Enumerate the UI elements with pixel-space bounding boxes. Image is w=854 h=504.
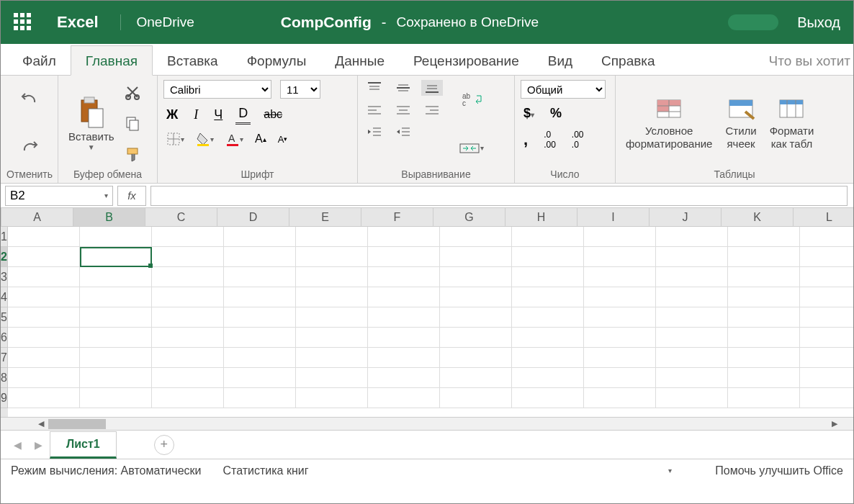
cell[interactable]: [728, 368, 800, 388]
cell[interactable]: [80, 307, 152, 328]
scroll-thumb[interactable]: [48, 419, 106, 429]
cell[interactable]: [152, 287, 224, 307]
cell[interactable]: [584, 388, 656, 408]
cell[interactable]: [800, 388, 853, 408]
comma-style-button[interactable]: ,: [521, 129, 531, 150]
cell[interactable]: [728, 287, 800, 307]
cell[interactable]: [656, 247, 728, 267]
service-name[interactable]: OneDrive: [120, 14, 194, 30]
cell[interactable]: [296, 388, 368, 408]
cell[interactable]: [728, 307, 800, 328]
cell[interactable]: [440, 287, 512, 307]
cell[interactable]: [224, 328, 296, 348]
cell[interactable]: [440, 247, 512, 267]
cell[interactable]: [512, 348, 584, 368]
cell[interactable]: [656, 287, 728, 307]
fx-button[interactable]: fx: [117, 186, 146, 206]
tab-formulas[interactable]: Формулы: [233, 46, 321, 75]
cell[interactable]: [152, 307, 224, 328]
tab-review[interactable]: Рецензирование: [399, 46, 534, 75]
cell[interactable]: [584, 348, 656, 368]
row-header[interactable]: 7: [1, 348, 8, 368]
undo-button[interactable]: [17, 91, 42, 108]
column-header[interactable]: B: [73, 208, 145, 227]
format-as-table-button[interactable]: Формати как табл: [765, 80, 819, 167]
cell[interactable]: [224, 348, 296, 368]
underline-button[interactable]: Ч: [211, 106, 225, 124]
cell[interactable]: [656, 307, 728, 328]
decrease-decimal-button[interactable]: .00.0: [569, 128, 587, 151]
cell[interactable]: [296, 307, 368, 328]
redo-button[interactable]: [17, 139, 42, 156]
document-title[interactable]: CompConfig: [281, 14, 372, 31]
cell[interactable]: [440, 307, 512, 328]
align-middle-button[interactable]: [392, 80, 414, 96]
cell[interactable]: [584, 287, 656, 307]
format-painter-button[interactable]: [122, 145, 143, 164]
cell[interactable]: [368, 328, 440, 348]
borders-button[interactable]: ▾: [163, 130, 187, 148]
cell[interactable]: [8, 368, 80, 388]
name-box[interactable]: B2▾: [5, 186, 113, 206]
cell[interactable]: [368, 287, 440, 307]
cell[interactable]: [656, 388, 728, 408]
strikethrough-button[interactable]: abc: [261, 107, 285, 122]
number-format-select[interactable]: Общий: [521, 80, 606, 99]
exit-button[interactable]: Выход: [797, 14, 840, 31]
align-left-button[interactable]: [364, 103, 385, 117]
row-header[interactable]: 5: [1, 307, 8, 328]
cell[interactable]: [8, 307, 80, 328]
cell[interactable]: [728, 267, 800, 287]
column-header[interactable]: L: [794, 208, 854, 227]
tab-insert[interactable]: Вставка: [153, 46, 233, 75]
cell[interactable]: [224, 287, 296, 307]
cell[interactable]: [440, 267, 512, 287]
cell[interactable]: [368, 307, 440, 328]
cell[interactable]: [800, 328, 853, 348]
cell[interactable]: [728, 247, 800, 267]
calc-mode-status[interactable]: Режим вычисления: Автоматически: [11, 464, 201, 477]
tab-file[interactable]: Файл: [8, 46, 71, 75]
row-header[interactable]: 4: [1, 287, 8, 307]
paste-button[interactable]: Вставить ▼: [64, 80, 119, 167]
cells-area[interactable]: [8, 227, 853, 417]
font-name-select[interactable]: Calibri: [163, 80, 271, 99]
cell[interactable]: [512, 247, 584, 267]
cell[interactable]: [80, 227, 152, 247]
wrap-text-button[interactable]: abc: [458, 90, 485, 109]
cell[interactable]: [8, 287, 80, 307]
add-sheet-button[interactable]: +: [154, 435, 174, 455]
cell[interactable]: [584, 307, 656, 328]
cell[interactable]: [296, 267, 368, 287]
cell[interactable]: [296, 287, 368, 307]
cell[interactable]: [440, 368, 512, 388]
cell[interactable]: [800, 267, 853, 287]
align-top-button[interactable]: [364, 80, 385, 96]
cell[interactable]: [368, 227, 440, 247]
cell[interactable]: [800, 348, 853, 368]
cell[interactable]: [656, 348, 728, 368]
font-color-button[interactable]: A▾: [223, 130, 246, 148]
cell[interactable]: [152, 247, 224, 267]
row-header[interactable]: 2: [1, 247, 8, 267]
cell[interactable]: [512, 267, 584, 287]
cell[interactable]: [656, 368, 728, 388]
cell[interactable]: [152, 348, 224, 368]
bold-button[interactable]: Ж: [163, 106, 181, 124]
cell[interactable]: [368, 388, 440, 408]
cell[interactable]: [224, 247, 296, 267]
cell[interactable]: [8, 388, 80, 408]
cell[interactable]: [368, 247, 440, 267]
cell[interactable]: [8, 328, 80, 348]
cell[interactable]: [800, 307, 853, 328]
cell[interactable]: [8, 247, 80, 267]
cell[interactable]: [8, 267, 80, 287]
sheet-nav-first-icon[interactable]: ◀: [8, 436, 27, 454]
cell[interactable]: [512, 287, 584, 307]
cell[interactable]: [8, 348, 80, 368]
column-header[interactable]: A: [1, 208, 73, 227]
select-all-corner[interactable]: [1, 208, 1, 227]
chevron-down-icon[interactable]: ▾: [668, 467, 672, 474]
scroll-right-icon[interactable]: ▶: [829, 419, 840, 428]
tab-data[interactable]: Данные: [320, 46, 399, 75]
